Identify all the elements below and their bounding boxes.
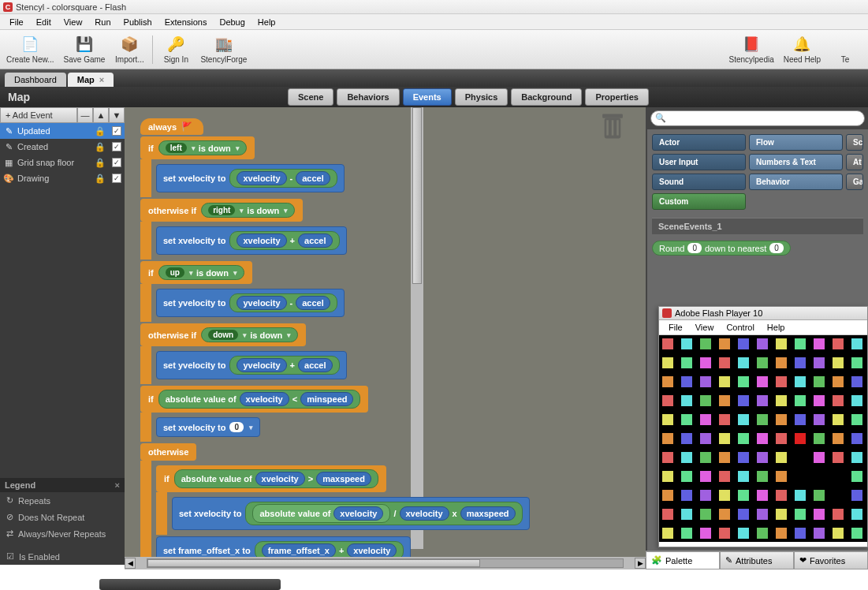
import-button[interactable]: 📦 Import... xyxy=(110,33,149,65)
btab-favorites[interactable]: ❤Favorites xyxy=(794,551,868,569)
if-header[interactable]: if left▾is down▾ xyxy=(140,136,255,159)
import-icon: 📦 xyxy=(120,35,139,54)
key-icon: 🔑 xyxy=(166,35,185,54)
close-icon[interactable]: × xyxy=(99,75,104,84)
menu-publish[interactable]: Publish xyxy=(117,16,158,28)
if-block[interactable]: if left▾is down▾ set xvelocity to xveloc… xyxy=(140,136,530,197)
need-help-button[interactable]: 🔔 Need Help xyxy=(779,33,825,65)
otherwise-block[interactable]: otherwise if absolute value of xvelocity… xyxy=(140,443,530,565)
enabled-checkbox[interactable]: ✓ xyxy=(112,126,121,136)
block-canvas[interactable]: always 🚩 if left▾is down▾ set xvelocity … xyxy=(125,107,646,565)
menu-file[interactable]: File xyxy=(3,16,30,28)
flash-menu-help[interactable]: Help xyxy=(761,322,792,333)
otherwise-if-block[interactable]: otherwise if down▾is down▾ set yvelocity… xyxy=(140,323,530,384)
trash-icon[interactable] xyxy=(600,112,625,140)
menubar: File Edit View Run Publish Extensions De… xyxy=(0,14,868,30)
scene-events-header: SceneEvents_1 xyxy=(652,218,863,234)
event-item-created[interactable]: ✎ Created 🔒 ✓ xyxy=(0,139,125,155)
menu-debug[interactable]: Debug xyxy=(213,16,251,28)
scroll-left-button[interactable]: ◀ xyxy=(125,558,136,569)
ctx-tab-events[interactable]: Events xyxy=(403,88,452,106)
tab-dashboard[interactable]: Dashboard xyxy=(5,73,66,87)
context-tabs: Scene Behaviors Events Physics Backgroun… xyxy=(288,88,649,106)
legend-enabled: ☑Is Enabled xyxy=(0,548,125,565)
create-new-button[interactable]: 📄 Create New... xyxy=(2,33,59,65)
truncated-button[interactable]: Te xyxy=(825,33,865,65)
cat-stub[interactable]: At xyxy=(846,154,863,170)
set-xvelocity-block[interactable]: set xvelocity to xvelocity+accel xyxy=(156,226,347,255)
svg-rect-1 xyxy=(602,114,623,118)
set-yvelocity-block[interactable]: set yvelocity to yvelocity+accel xyxy=(156,351,347,379)
event-item-grid-snap[interactable]: ▦ Grid snap floor 🔒 ✓ xyxy=(0,155,125,170)
set-xvelocity-zero-block[interactable]: set xvelocity to 0▾ xyxy=(156,417,260,437)
stencylforge-button[interactable]: 🏬 StencylForge xyxy=(196,33,251,65)
enabled-checkbox[interactable]: ✓ xyxy=(112,158,121,167)
lock-icon: 🔒 xyxy=(95,158,106,168)
flash-player-window[interactable]: Adobe Flash Player 10 File View Control … xyxy=(658,306,868,547)
enabled-checkbox[interactable]: ✓ xyxy=(112,142,121,151)
cat-numbers-text[interactable]: Numbers & Text xyxy=(749,154,843,170)
ctx-tab-behaviors[interactable]: Behaviors xyxy=(337,88,399,106)
otherwise-if-header[interactable]: otherwise if right▾is down▾ xyxy=(140,199,303,222)
stencylpedia-button[interactable]: 📕 Stencylpedia xyxy=(724,33,778,65)
enabled-checkbox[interactable]: ✓ xyxy=(112,174,121,183)
event-item-updated[interactable]: ✎ Updated 🔒 ✓ xyxy=(0,123,125,139)
move-up-button[interactable]: ▲ xyxy=(93,107,109,123)
otherwise-if-block[interactable]: otherwise if right▾is down▾ set xvelocit… xyxy=(140,199,530,260)
flash-menu-view[interactable]: View xyxy=(689,322,721,333)
menu-extensions[interactable]: Extensions xyxy=(158,16,214,28)
flash-titlebar[interactable]: Adobe Flash Player 10 xyxy=(659,307,867,320)
cat-behavior[interactable]: Behavior xyxy=(749,174,843,190)
save-game-button[interactable]: 💾 Save Game xyxy=(59,33,110,65)
heart-icon: ❤ xyxy=(799,555,807,566)
legend-panel: Legend × ↻Repeats ⊘Does Not Repeat ⇄Alwa… xyxy=(0,478,125,565)
palette-search-input[interactable] xyxy=(650,110,865,126)
scroll-right-button[interactable]: ▶ xyxy=(635,558,646,569)
ctx-tab-physics[interactable]: Physics xyxy=(455,88,509,106)
tab-map[interactable]: Map × xyxy=(68,73,114,87)
event-item-drawing[interactable]: 🎨 Drawing 🔒 ✓ xyxy=(0,170,125,186)
cat-flow[interactable]: Flow xyxy=(749,134,843,151)
always-hat-block[interactable]: always 🚩 xyxy=(140,118,203,135)
ctx-tab-scene[interactable]: Scene xyxy=(288,88,333,106)
ctx-tab-background[interactable]: Background xyxy=(511,88,582,106)
move-down-button[interactable]: ▼ xyxy=(109,107,125,123)
blocks-root[interactable]: always 🚩 if left▾is down▾ set xvelocity … xyxy=(140,118,530,565)
flash-menu-control[interactable]: Control xyxy=(720,322,760,333)
close-icon[interactable]: × xyxy=(115,480,120,490)
scroll-thumb[interactable] xyxy=(147,559,480,567)
round-block[interactable]: Round 0 down to nearest 0 xyxy=(652,241,863,256)
toolbar-divider xyxy=(152,35,153,64)
event-list: ✎ Updated 🔒 ✓ ✎ Created 🔒 ✓ ▦ Grid snap … xyxy=(0,123,125,186)
cat-actor[interactable]: Actor xyxy=(652,134,746,151)
sign-in-button[interactable]: 🔑 Sign In xyxy=(156,33,196,65)
set-xvelocity-complex-block[interactable]: set xvelocity to absolute value of xvelo… xyxy=(172,497,530,530)
cat-user-input[interactable]: User Input xyxy=(652,154,746,170)
if-block[interactable]: if absolute value of xvelocity > maxspee… xyxy=(156,465,530,535)
set-yvelocity-block[interactable]: set yvelocity to yvelocity-accel xyxy=(156,289,345,317)
lock-icon: 🔒 xyxy=(95,126,106,136)
ctx-tab-properties[interactable]: Properties xyxy=(585,88,648,106)
repeat-icon: ↻ xyxy=(6,495,13,506)
btab-palette[interactable]: 🧩Palette xyxy=(646,551,720,569)
menu-help[interactable]: Help xyxy=(251,16,282,28)
check-icon: ☑ xyxy=(6,551,14,562)
menu-run[interactable]: Run xyxy=(88,16,117,28)
if-block[interactable]: if up▾is down▾ set yvelocity to yvelocit… xyxy=(140,261,530,322)
menu-edit[interactable]: Edit xyxy=(30,16,58,28)
titlebar: C Stencyl - colorsquare - Flash xyxy=(0,0,868,14)
flash-icon xyxy=(662,308,672,318)
cat-custom[interactable]: Custom xyxy=(652,193,746,210)
btab-attributes[interactable]: ✎Attributes xyxy=(720,551,794,569)
if-block[interactable]: if absolute value of xvelocity < minspee… xyxy=(140,386,530,442)
flash-menu-file[interactable]: File xyxy=(662,322,689,333)
cat-stub[interactable]: Sc xyxy=(846,134,863,151)
legend-always-never: ⇄Always/Never Repeats xyxy=(0,525,125,542)
menu-view[interactable]: View xyxy=(58,16,89,28)
set-xvelocity-block[interactable]: set xvelocity to xvelocity-accel xyxy=(156,164,345,192)
horizontal-scrollbar[interactable]: ◀ ▶ xyxy=(125,557,646,569)
add-event-button[interactable]: + Add Event xyxy=(0,107,77,123)
cat-sound[interactable]: Sound xyxy=(652,174,746,190)
cat-stub[interactable]: Ga xyxy=(846,174,863,190)
remove-event-button[interactable]: — xyxy=(77,107,93,123)
